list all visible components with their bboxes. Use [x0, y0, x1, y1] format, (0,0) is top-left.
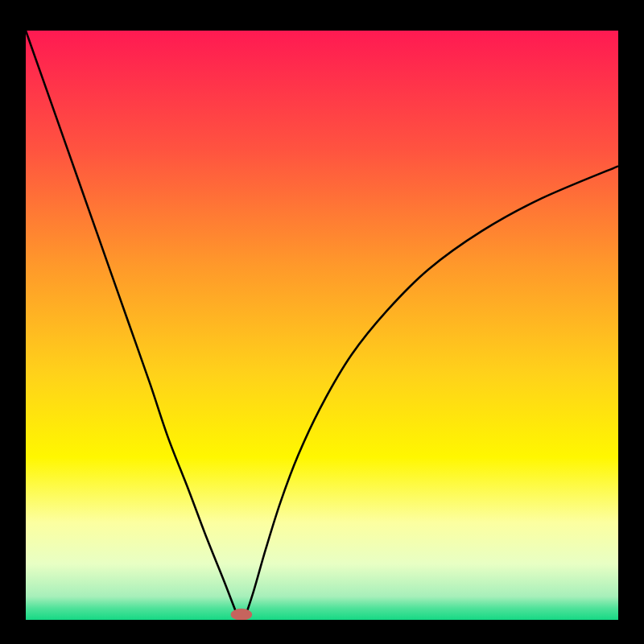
chart-stage: TheBottleneck.com — [0, 0, 644, 644]
chart-frame-border — [0, 0, 644, 644]
